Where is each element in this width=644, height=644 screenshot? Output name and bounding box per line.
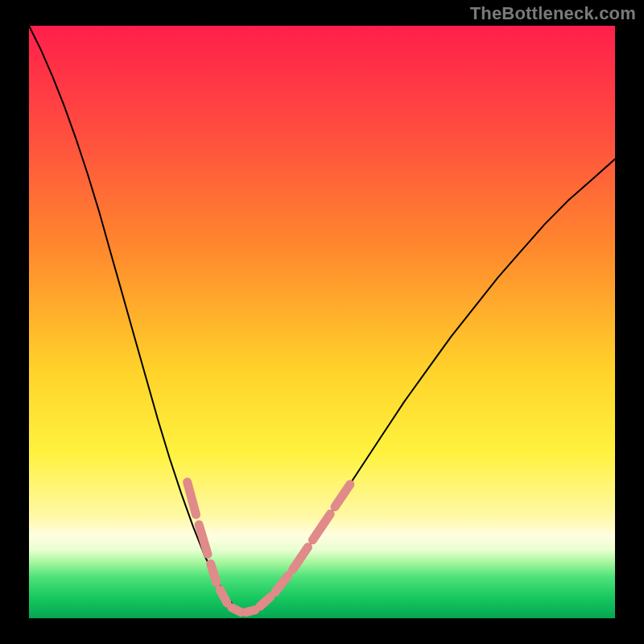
highlight-dash xyxy=(246,610,255,613)
highlight-dash xyxy=(211,564,217,583)
highlight-dash xyxy=(232,608,242,613)
chart-stage: TheBottleneck.com xyxy=(0,0,644,644)
bottleneck-curve-chart xyxy=(0,0,644,644)
watermark-label: TheBottleneck.com xyxy=(470,3,636,24)
highlight-dash xyxy=(220,590,227,603)
